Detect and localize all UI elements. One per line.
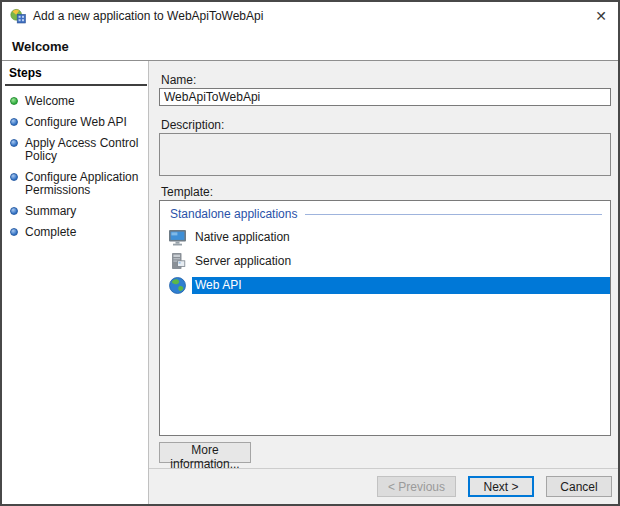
step-label: Complete [25,226,76,239]
step-bullet-icon [10,139,18,147]
template-item-native-application[interactable]: Native application [160,225,610,249]
native-application-icon [168,228,187,247]
step-label: Configure Web API [25,116,127,129]
server-application-icon [168,252,187,271]
step-item-welcome: Welcome [10,95,145,108]
template-group-header: Standalone applications [170,207,602,221]
step-item-summary: Summary [10,205,145,218]
application-group-icon [10,8,26,24]
steps-header: Steps [5,61,147,86]
window-title: Add a new application to WebApiToWebApi [33,9,263,23]
group-header-rule [305,214,602,215]
add-application-wizard-dialog: Add a new application to WebApiToWebApi … [0,0,620,506]
template-item-label: Web API [192,277,610,294]
web-api-icon [168,276,187,295]
step-item-complete: Complete [10,226,145,239]
template-item-label: Native application [192,229,610,246]
step-label: Welcome [25,95,75,108]
step-bullet-icon [10,118,18,126]
template-item-label: Server application [192,253,610,270]
name-label: Name: [161,73,196,87]
page-title: Welcome [12,39,69,54]
template-item-web-api[interactable]: Web API [160,273,610,297]
more-information-button[interactable]: More information... [159,442,251,463]
cancel-button[interactable]: Cancel [546,476,612,497]
titlebar: Add a new application to WebApiToWebApi … [2,2,618,30]
step-label: Summary [25,205,76,218]
close-icon[interactable]: ✕ [592,7,610,25]
footer-buttons: < Previous Next > Cancel [149,476,612,497]
description-label: Description: [161,118,224,132]
step-current-bullet-icon [10,97,18,105]
step-bullet-icon [10,228,18,236]
step-item-apply-access-control-policy: Apply Access Control Policy [10,137,145,163]
description-input[interactable] [159,133,611,176]
step-label: Configure Application Permissions [25,171,145,197]
steps-sidebar: Steps Welcome Configure Web API Apply Ac… [5,61,147,504]
template-label: Template: [161,185,213,199]
step-bullet-icon [10,207,18,215]
name-input[interactable] [159,88,611,106]
previous-button: < Previous [377,476,456,497]
template-list: Standalone applications Native applicati… [159,200,611,436]
step-item-configure-web-api: Configure Web API [10,116,145,129]
step-item-configure-application-permissions: Configure Application Permissions [10,171,145,197]
next-button[interactable]: Next > [468,476,534,497]
step-bullet-icon [10,173,18,181]
wizard-body: Steps Welcome Configure Web API Apply Ac… [2,60,618,504]
template-item-server-application[interactable]: Server application [160,249,610,273]
main-panel: Name: Description: Template: Standalone … [148,61,618,504]
template-group-label: Standalone applications [170,207,297,221]
footer-divider [149,468,618,469]
step-label: Apply Access Control Policy [25,137,145,163]
steps-list: Welcome Configure Web API Apply Access C… [5,86,147,239]
